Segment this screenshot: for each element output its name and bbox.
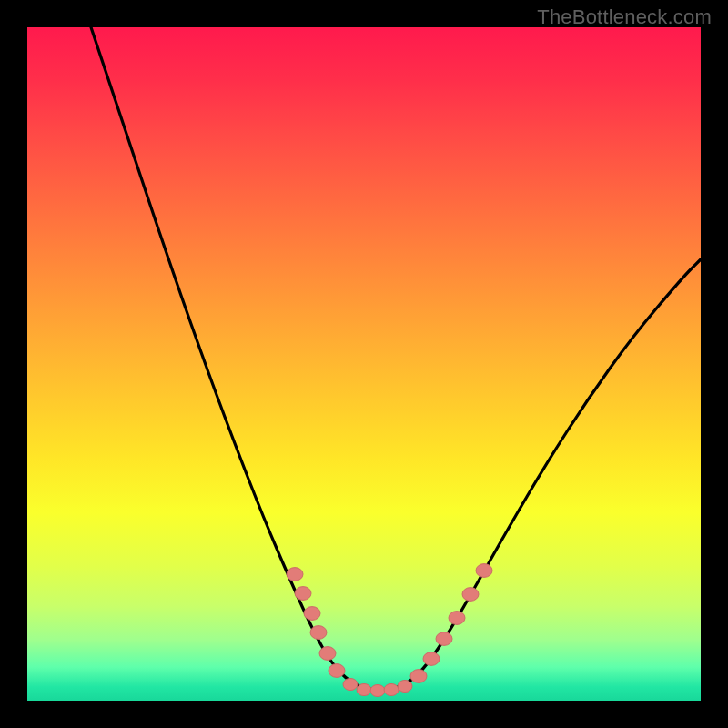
data-marker (304, 607, 320, 621)
bottleneck-curve (91, 27, 701, 690)
watermark-text: TheBottleneck.com (537, 5, 712, 29)
data-marker (410, 670, 427, 683)
data-marker (423, 652, 440, 666)
data-marker (310, 626, 327, 640)
data-marker (370, 684, 385, 696)
data-marker (357, 683, 371, 695)
data-marker (398, 680, 412, 692)
data-marker (287, 568, 303, 581)
chart-frame: TheBottleneck.com (0, 0, 728, 728)
data-marker (384, 683, 399, 695)
marker-group (287, 564, 492, 697)
curve-svg (27, 27, 701, 701)
data-marker (449, 612, 465, 625)
data-marker (329, 664, 345, 678)
data-marker (462, 588, 479, 602)
data-marker (343, 678, 358, 690)
data-marker (436, 632, 452, 646)
plot-area (27, 27, 701, 701)
data-marker (476, 564, 492, 578)
data-marker (319, 647, 336, 661)
data-marker (295, 587, 311, 601)
